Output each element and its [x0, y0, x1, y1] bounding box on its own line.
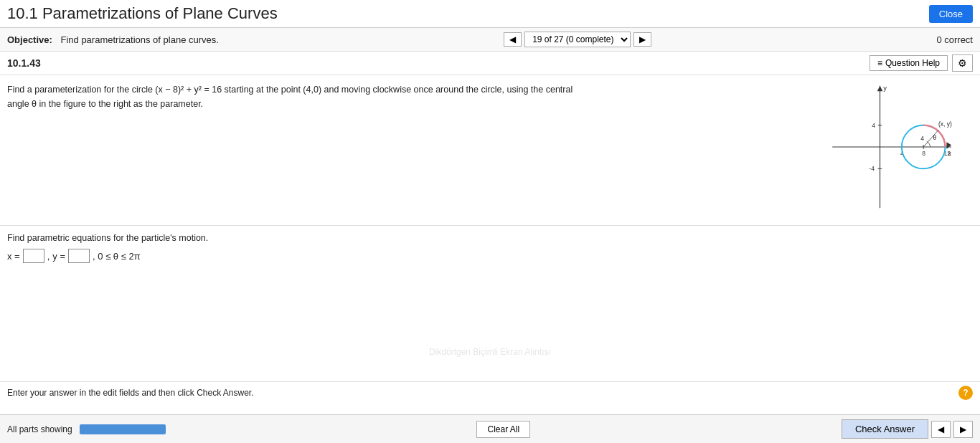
question-help-button[interactable]: ≡ Question Help: [870, 55, 948, 71]
problem-statement: Find a parameterization for the circle (…: [7, 82, 595, 111]
equation-row: x = , y = , 0 ≤ θ ≤ 2π: [7, 249, 973, 263]
bottom-instruction: Enter your answer in the edit fields and…: [0, 381, 980, 404]
footer-prev-button[interactable]: ◀: [931, 421, 951, 438]
objective-text: Objective: Find parametrizations of plan…: [7, 34, 219, 45]
footer-left: All parts showing: [7, 424, 166, 434]
svg-text:y: y: [883, 84, 887, 92]
svg-text:x: x: [948, 149, 951, 157]
problem-tools: ≡ Question Help ⚙: [870, 54, 973, 72]
problem-id: 10.1.43: [7, 57, 41, 69]
objective-description: Find parametrizations of plane curves.: [60, 34, 218, 45]
footer-next-button[interactable]: ▶: [953, 421, 973, 438]
constraint: , 0 ≤ θ ≤ 2π: [93, 251, 141, 262]
instruction-text: Enter your answer in the edit fields and…: [7, 388, 254, 398]
graph-area: 4 8 12 4 -4 x y θ (x, y): [815, 82, 973, 214]
graph-svg: 4 8 12 4 -4 x y θ (x, y): [815, 82, 958, 211]
page-title: 10.1 Parametrizations of Plane Curves: [7, 4, 278, 23]
objective-nav: ◀ 19 of 27 (0 complete) ▶: [504, 32, 651, 47]
objective-label: Objective:: [7, 34, 52, 45]
divider: [0, 225, 980, 226]
svg-marker-2: [946, 142, 951, 148]
x-input[interactable]: [23, 249, 44, 263]
y-label: y =: [52, 251, 65, 262]
clear-all-button[interactable]: Clear All: [476, 421, 530, 438]
correct-count: 0 correct: [936, 34, 973, 45]
close-button[interactable]: Close: [929, 5, 973, 23]
progress-bar: [80, 424, 166, 434]
gear-icon: ⚙: [958, 57, 967, 69]
list-icon: ≡: [877, 58, 882, 68]
comma: ,: [47, 251, 50, 262]
svg-text:(x, y): (x, y): [938, 120, 952, 128]
problem-text-area: Find a parameterization for the circle (…: [7, 82, 815, 214]
settings-button[interactable]: ⚙: [952, 54, 973, 72]
answer-instruction: Find parametric equations for the partic…: [7, 233, 973, 243]
prev-question-button[interactable]: ◀: [504, 32, 522, 47]
header: 10.1 Parametrizations of Plane Curves Cl…: [0, 0, 980, 28]
x-label: x =: [7, 251, 20, 262]
answer-section: Find parametric equations for the partic…: [0, 230, 980, 270]
svg-text:-4: -4: [869, 165, 875, 172]
footer-bar: All parts showing Clear All Check Answer…: [0, 414, 980, 443]
problem-header: 10.1.43 ≡ Question Help ⚙: [0, 52, 980, 75]
main-content: Find a parameterization for the circle (…: [0, 75, 980, 221]
help-circle-button[interactable]: ?: [958, 386, 973, 400]
svg-text:4: 4: [872, 122, 875, 129]
all-parts-label: All parts showing: [7, 424, 72, 434]
svg-text:θ: θ: [933, 134, 936, 141]
svg-text:8: 8: [922, 150, 925, 157]
footer-center: Clear All: [476, 421, 530, 438]
watermark: Dikdörtgen Biçimli Ekran Alıntısı: [429, 347, 551, 357]
svg-text:4: 4: [920, 135, 924, 142]
progress-select[interactable]: 19 of 27 (0 complete): [524, 32, 631, 47]
next-question-button[interactable]: ▶: [633, 32, 651, 47]
y-input[interactable]: [68, 249, 90, 263]
check-answer-button[interactable]: Check Answer: [842, 419, 928, 439]
footer-right: Check Answer ◀ ▶: [842, 419, 973, 439]
objective-bar: Objective: Find parametrizations of plan…: [0, 28, 980, 52]
svg-marker-3: [877, 86, 883, 92]
